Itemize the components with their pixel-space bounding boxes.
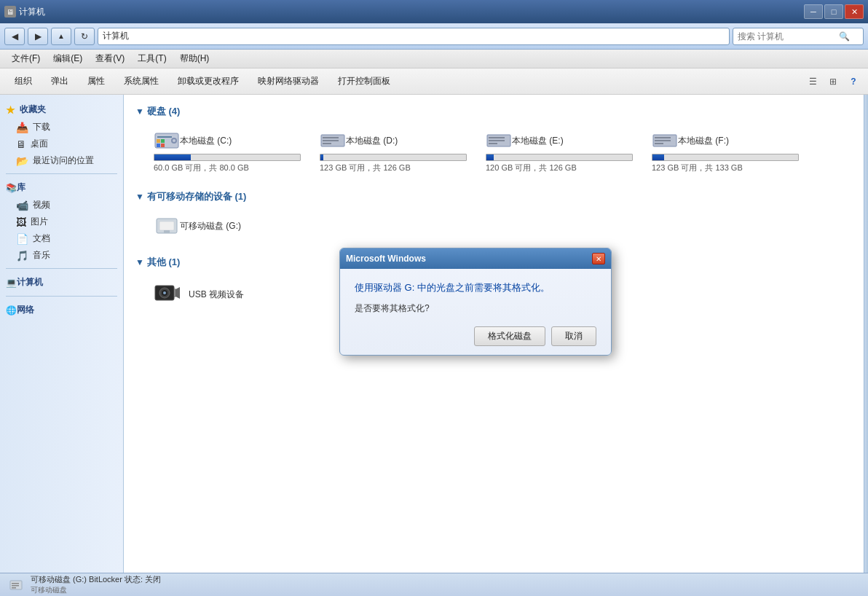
- format-button[interactable]: 格式化磁盘: [474, 326, 545, 346]
- dialog-overlay: Microsoft Windows ✕ 使用驱动器 G: 中的光盘之前需要将其格…: [0, 0, 868, 596]
- dialog-close-button[interactable]: ✕: [592, 253, 605, 264]
- cancel-button[interactable]: 取消: [551, 326, 596, 346]
- format-dialog: Microsoft Windows ✕ 使用驱动器 G: 中的光盘之前需要将其格…: [339, 248, 612, 356]
- dialog-title: Microsoft Windows: [346, 254, 426, 264]
- dialog-buttons: 格式化磁盘 取消: [355, 326, 596, 346]
- dialog-sub-text: 是否要将其格式化?: [355, 302, 596, 315]
- dialog-body: 使用驱动器 G: 中的光盘之前需要将其格式化。 是否要将其格式化? 格式化磁盘 …: [340, 269, 611, 355]
- dialog-title-bar: Microsoft Windows ✕: [340, 248, 611, 269]
- dialog-main-text: 使用驱动器 G: 中的光盘之前需要将其格式化。: [355, 281, 596, 295]
